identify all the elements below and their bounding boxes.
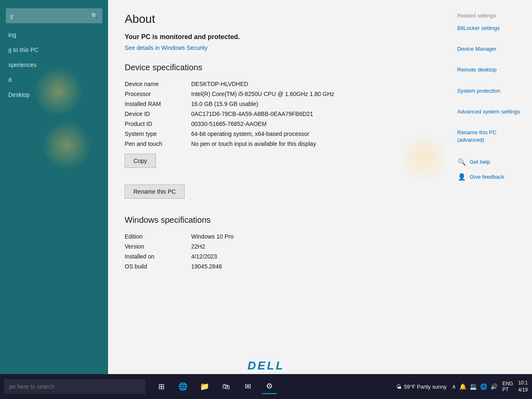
win-spec-row-0: Edition Windows 10 Pro [125, 233, 432, 240]
language-region: ENG PT [502, 381, 513, 392]
win-spec-label-0: Edition [125, 233, 191, 240]
win-spec-row-3: OS build 19045.2846 [125, 263, 432, 270]
edge-icon[interactable]: 🌐 [175, 379, 190, 394]
sidebar-search-box[interactable]: 🔍 [6, 8, 102, 23]
system-tray: ∧ 🔔 💻 🌐 🔊 [452, 383, 498, 390]
win-spec-label-1: Version [125, 243, 191, 250]
sidebar-item-0[interactable]: ing [0, 27, 108, 42]
sidebar-item-3[interactable]: d [0, 72, 108, 87]
spec-row-4: Product ID 00330-51665-76852-AAOEM [125, 121, 432, 127]
taskbar-search-box[interactable] [4, 379, 145, 394]
search-icon: 🔍 [91, 12, 98, 19]
copy-button-row: Copy [125, 154, 432, 172]
dell-logo: DELL [247, 359, 284, 372]
spec-row-6: Pen and touch No pen or touch input is a… [125, 140, 432, 147]
weather-display: 🌤 59°F Partly sunny [396, 384, 447, 390]
win-spec-value-2: 4/12/2023 [191, 253, 217, 260]
spec-row-0: Device name DESKTOP-HLVDHED [125, 81, 432, 87]
system-protection-link[interactable]: System protection [457, 87, 524, 95]
rename-button-row: Rename this PC [125, 185, 432, 203]
win-spec-label-2: Installed on [125, 253, 191, 260]
related-settings-title: Related settings [457, 12, 524, 19]
weather-icon: 🌤 [396, 384, 401, 390]
spec-label-4: Product ID [125, 121, 191, 127]
spec-value-6: No pen or touch input is available for t… [191, 140, 316, 147]
give-feedback-label: Give feedback [470, 174, 504, 180]
taskbar-right: 🌤 59°F Partly sunny ∧ 🔔 💻 🌐 🔊 ENG PT 10:… [396, 379, 528, 394]
store-icon[interactable]: 🛍 [219, 379, 234, 394]
taskbar: ⊞ 🌐 📁 🛍 ✉ ⚙ 🌤 59°F Partly sunny ∧ 🔔 💻 🌐 … [0, 374, 532, 399]
page-title: About [125, 12, 432, 26]
spec-label-5: System type [125, 131, 191, 137]
device-specs-title: Device specifications [125, 63, 432, 72]
win-spec-value-3: 19045.2846 [191, 263, 222, 270]
spec-value-2: 16.0 GB (15.9 GB usable) [191, 101, 258, 107]
language-label: ENG [502, 381, 513, 387]
taskbar-search-input[interactable] [9, 383, 140, 390]
give-feedback-action[interactable]: 👤 Give feedback [457, 172, 524, 181]
clock-time: 10:1 [518, 379, 528, 387]
advanced-system-link[interactable]: Advanced system settings [457, 108, 524, 116]
settings-icon[interactable]: ⚙ [262, 379, 277, 394]
win-spec-value-0: Windows 10 Pro [191, 233, 234, 240]
windows-specs-table: Edition Windows 10 Pro Version 22H2 Inst… [125, 233, 432, 270]
taskbar-icons: ⊞ 🌐 📁 🛍 ✉ ⚙ [154, 379, 277, 394]
win-spec-value-1: 22H2 [191, 243, 205, 250]
rename-pc-advanced-link[interactable]: Rename this PC (advanced) [457, 129, 524, 144]
copy-button[interactable]: Copy [125, 154, 156, 168]
spec-label-6: Pen and touch [125, 140, 191, 147]
get-help-action[interactable]: 🔍 Get help [457, 157, 524, 166]
tray-volume-icon[interactable]: 🔊 [490, 383, 498, 390]
protection-text: Your PC is monitored and protected. [125, 33, 432, 41]
spec-label-0: Device name [125, 81, 191, 87]
win-spec-row-2: Installed on 4/12/2023 [125, 253, 432, 260]
clock: 10:1 4/19 [518, 379, 528, 394]
bitlocker-link[interactable]: BitLocker settings [457, 25, 524, 32]
weather-text: 59°F Partly sunny [404, 384, 447, 390]
spec-value-0: DESKTOP-HLVDHED [191, 81, 248, 87]
rename-pc-button[interactable]: Rename this PC [125, 185, 185, 199]
clock-date: 4/19 [518, 387, 528, 394]
main-content: About Your PC is monitored and protected… [108, 0, 449, 374]
windows-security-link[interactable]: See details in Windows Security [125, 44, 207, 51]
spec-label-1: Processor [125, 91, 191, 97]
file-explorer-icon[interactable]: 📁 [197, 379, 212, 394]
spec-value-1: Intel(R) Core(TM) i5-8250U CPU @ 1.60GHz… [191, 91, 334, 97]
sidebar: 🔍 ing g to this PC xperiences d Desktop [0, 0, 108, 399]
mail-icon[interactable]: ✉ [240, 379, 255, 394]
get-help-label: Get help [470, 159, 490, 165]
windows-specs-title: Windows specifications [125, 215, 432, 225]
spec-row-1: Processor Intel(R) Core(TM) i5-8250U CPU… [125, 91, 432, 97]
sidebar-glow-2 [42, 121, 91, 170]
spec-value-5: 64-bit operating system, x64-based proce… [191, 131, 309, 137]
sidebar-search-input[interactable] [10, 12, 91, 19]
spec-label-3: Device ID [125, 111, 191, 117]
sidebar-item-2[interactable]: xperiences [0, 57, 108, 72]
win-spec-row-1: Version 22H2 [125, 243, 432, 250]
task-view-icon[interactable]: ⊞ [154, 379, 169, 394]
right-panel: Related settings BitLocker settings Devi… [449, 0, 532, 374]
tray-notification-icon[interactable]: 🔔 [459, 383, 466, 390]
language-sub: PT [502, 387, 513, 392]
sidebar-item-1[interactable]: g to this PC [0, 42, 108, 57]
spec-label-2: Installed RAM [125, 101, 191, 107]
device-manager-link[interactable]: Device Manager [457, 45, 524, 53]
tray-network-icon[interactable]: 🌐 [480, 383, 487, 390]
spec-row-3: Device ID 0AC171D6-78CB-4A59-A8BB-0EAA79… [125, 111, 432, 117]
win-spec-label-3: OS build [125, 263, 191, 270]
spec-value-3: 0AC171D6-78CB-4A59-A8BB-0EAA79FB6D21 [191, 111, 313, 117]
give-feedback-icon: 👤 [457, 172, 466, 181]
spec-row-2: Installed RAM 16.0 GB (15.9 GB usable) [125, 101, 432, 107]
remote-desktop-link[interactable]: Remote desktop [457, 66, 524, 74]
spec-value-4: 00330-51665-76852-AAOEM [191, 121, 266, 127]
device-specs-table: Device name DESKTOP-HLVDHED Processor In… [125, 81, 432, 147]
tray-chevron-icon[interactable]: ∧ [452, 383, 456, 390]
spec-row-5: System type 64-bit operating system, x64… [125, 131, 432, 137]
tray-tablet-icon[interactable]: 💻 [470, 383, 477, 390]
get-help-icon: 🔍 [457, 157, 466, 166]
sidebar-item-4[interactable]: Desktop [0, 87, 108, 102]
